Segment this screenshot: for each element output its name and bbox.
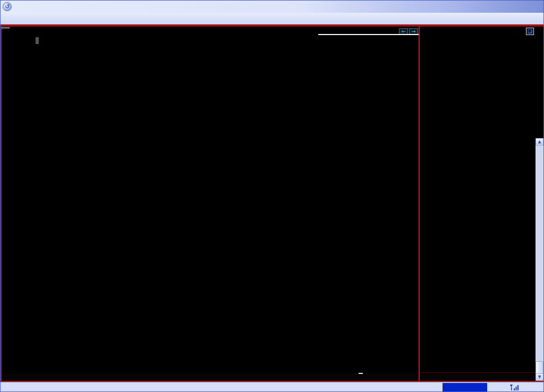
ma-values-row [36, 37, 46, 44]
scroll-down-icon[interactable]: ▼ [536, 373, 543, 381]
scroll-thumb[interactable] [536, 361, 543, 374]
status-bar [1, 382, 544, 392]
analyst-annotation [318, 34, 419, 35]
alert-badge[interactable] [443, 383, 487, 392]
chart-area: ← → [2, 27, 419, 381]
app-icon[interactable]: ↺ [3, 2, 12, 11]
scroll-up-icon[interactable]: ▲ [536, 138, 543, 146]
time-axis [2, 373, 419, 381]
chart-tab-label[interactable] [2, 27, 10, 29]
tape-last-row [420, 372, 536, 381]
main-content: ← → ❏ [1, 25, 544, 382]
price-chart-canvas[interactable] [2, 27, 419, 381]
kline-indicator-label [36, 37, 39, 44]
tape-scrollbar[interactable]: ▲ ▼ [536, 138, 543, 381]
toolbar [1, 13, 544, 25]
restore-panel-icon[interactable]: ❏ [526, 28, 534, 35]
axis-highlight-box[interactable] [359, 373, 363, 374]
quote-panel: ❏ ▲ ▼ [419, 27, 543, 381]
menu-bar: ↺ [1, 1, 544, 13]
app-window: ↺ ← → [0, 0, 544, 392]
signal-icon [509, 384, 520, 392]
